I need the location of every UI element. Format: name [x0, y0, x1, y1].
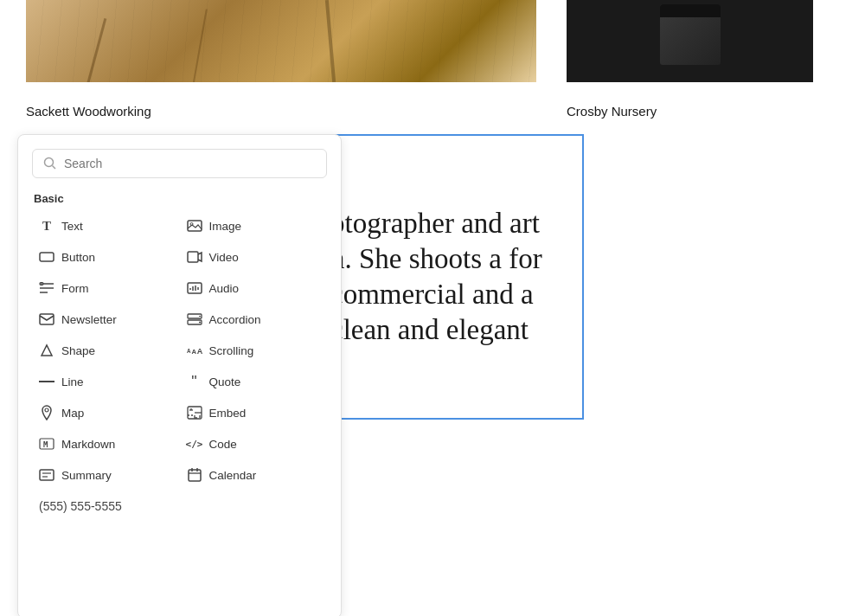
svg-rect-12	[40, 470, 54, 480]
menu-item-map[interactable]: Map	[32, 397, 180, 428]
top-right-image	[567, 0, 813, 82]
svg-rect-2	[40, 253, 54, 261]
svg-line-1	[53, 166, 56, 170]
video-icon	[187, 249, 202, 265]
image-label: Image	[209, 220, 242, 233]
line-label: Line	[61, 375, 84, 388]
menu-item-quote[interactable]: " Quote	[180, 366, 328, 397]
image-icon	[187, 218, 202, 234]
menu-item-calendar[interactable]: Calendar	[180, 459, 328, 491]
text-icon: T	[39, 218, 54, 234]
shape-label: Shape	[61, 344, 95, 357]
menu-item-audio[interactable]: Audio	[180, 273, 328, 304]
svg-rect-7	[40, 314, 54, 324]
top-section: Sackett Woodworking Crosby Nursery	[0, 0, 865, 125]
svg-rect-35	[189, 470, 201, 481]
embed-label: Embed	[209, 407, 247, 420]
form-label: Form	[61, 282, 89, 295]
summary-label: Summary	[61, 469, 112, 482]
menu-grid: T Text Button Form	[32, 210, 327, 491]
accordion-label: Accordion	[209, 313, 261, 326]
section-basic-label: Basic	[32, 192, 327, 205]
markdown-icon: M	[39, 436, 54, 452]
quote-icon: "	[187, 374, 202, 389]
top-left-image	[26, 0, 536, 82]
line-icon	[39, 374, 54, 389]
code-icon: </>	[187, 436, 202, 452]
search-input[interactable]	[64, 157, 316, 170]
menu-column-left: T Text Button Form	[32, 210, 180, 491]
scrolling-icon: AAA	[187, 343, 202, 358]
svg-text:M: M	[43, 440, 48, 449]
text-label: Text	[61, 220, 83, 233]
menu-item-accordion[interactable]: Accordion	[180, 304, 328, 335]
caption-left: Sackett Woodworking	[26, 104, 151, 119]
search-container[interactable]	[32, 149, 327, 178]
menu-item-video[interactable]: Video	[180, 241, 328, 273]
menu-item-newsletter[interactable]: Newsletter	[32, 304, 180, 335]
code-label: Code	[209, 438, 237, 451]
svg-text:A: A	[187, 348, 191, 354]
svg-point-9	[45, 408, 48, 412]
audio-label: Audio	[209, 282, 240, 295]
caption-right: Crosby Nursery	[567, 104, 657, 119]
scrolling-label: Scrolling	[209, 344, 254, 357]
map-icon	[39, 405, 54, 420]
phone-number: (555) 555-5555	[32, 492, 327, 517]
svg-point-0	[45, 158, 54, 167]
menu-item-shape[interactable]: Shape	[32, 335, 180, 366]
content-text-area: otographer and art n. She shoots a for c…	[311, 134, 584, 420]
newsletter-label: Newsletter	[61, 313, 117, 326]
menu-item-summary[interactable]: Summary	[32, 459, 180, 491]
calendar-label: Calendar	[209, 469, 257, 482]
shape-icon	[39, 343, 54, 358]
calendar-icon	[187, 467, 202, 483]
menu-item-embed[interactable]: Embed	[180, 397, 328, 428]
menu-item-markdown[interactable]: M Markdown	[32, 428, 180, 459]
newsletter-icon	[39, 311, 54, 327]
menu-item-button[interactable]: Button	[32, 241, 180, 273]
menu-column-right: Image Video Audio	[180, 210, 328, 491]
button-icon	[39, 249, 54, 265]
menu-item-text[interactable]: T Text	[32, 210, 180, 241]
video-label: Video	[209, 251, 239, 264]
map-label: Map	[61, 407, 84, 420]
sidebar-panel: Basic T Text Button	[17, 134, 342, 616]
button-label: Button	[61, 251, 95, 264]
quote-label: Quote	[209, 375, 241, 388]
svg-text:A: A	[196, 348, 202, 356]
audio-icon	[187, 280, 202, 296]
search-icon	[43, 157, 57, 170]
menu-item-line[interactable]: Line	[32, 366, 180, 397]
accordion-icon	[187, 311, 202, 327]
svg-text:A: A	[191, 348, 196, 356]
summary-icon	[39, 467, 54, 483]
form-icon	[39, 280, 54, 296]
markdown-label: Markdown	[61, 438, 115, 451]
menu-item-form[interactable]: Form	[32, 273, 180, 304]
embed-icon	[187, 405, 202, 420]
menu-item-code[interactable]: </> Code	[180, 428, 328, 459]
menu-item-image[interactable]: Image	[180, 210, 328, 241]
svg-rect-15	[188, 221, 202, 231]
menu-item-scrolling[interactable]: AAA Scrolling	[180, 335, 328, 366]
svg-rect-17	[188, 252, 198, 262]
main-area: Basic T Text Button	[0, 134, 865, 616]
content-text: otographer and art n. She shoots a for c…	[330, 206, 565, 349]
